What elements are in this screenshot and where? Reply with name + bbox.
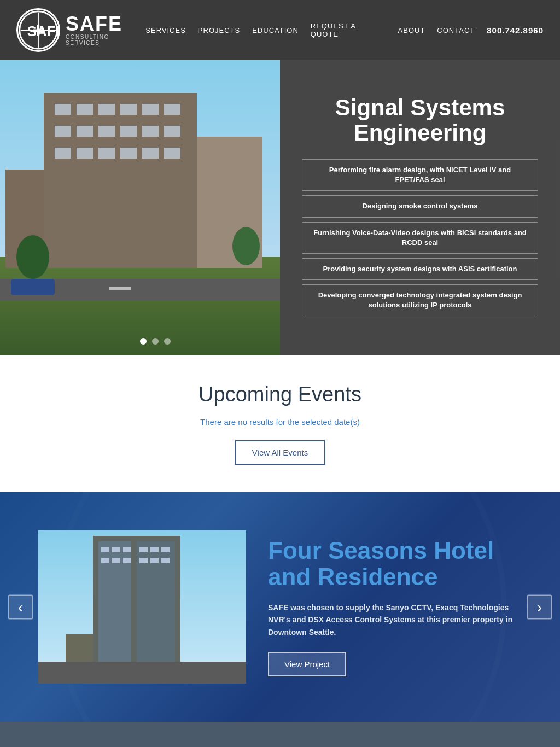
logo-subtitle: CONSULTING SERVICES — [66, 34, 145, 46]
slider-dot-3[interactable] — [164, 338, 171, 345]
svg-rect-50 — [38, 662, 246, 684]
svg-rect-32 — [11, 279, 55, 295]
nav-contact[interactable]: CONTACT — [437, 26, 475, 34]
project-title: Four Seasons Hotel and Residence — [268, 538, 522, 591]
hero-content-overlay: Signal Systems Engineering Performing fi… — [280, 60, 560, 355]
project-content: Four Seasons Hotel and Residence SAFE wa… — [0, 530, 560, 684]
logo-icon: SAFE — [16, 8, 60, 52]
svg-rect-24 — [142, 148, 159, 159]
svg-rect-12 — [142, 104, 159, 115]
hero-item-2: Designing smoke control systems — [302, 195, 538, 217]
svg-rect-48 — [150, 558, 159, 563]
hero-title: Signal Systems Engineering — [302, 95, 538, 145]
svg-rect-9 — [77, 104, 93, 115]
next-project-button[interactable]: › — [527, 595, 552, 620]
svg-rect-40 — [123, 547, 131, 552]
logo-area: SAFE SAFE CONSULTING SERVICES — [16, 8, 145, 52]
project-description: SAFE was chosen to supply the Sanyo CCTV… — [268, 602, 522, 638]
slider-dots — [140, 338, 171, 345]
hero-item-4: Providing security system designs with A… — [302, 258, 538, 280]
building-image — [0, 60, 280, 355]
svg-rect-13 — [164, 104, 180, 115]
building-svg — [0, 60, 280, 355]
project-building-svg — [38, 530, 246, 684]
hero-item-3: Furnishing Voice-Data-Video designs with… — [302, 222, 538, 254]
svg-rect-20 — [55, 148, 71, 159]
events-section: Upcoming Events There are no results for… — [0, 355, 560, 492]
slider-dot-2[interactable] — [152, 338, 159, 345]
svg-text:SAFE: SAFE — [27, 24, 59, 39]
projects-section: ‹ — [0, 492, 560, 722]
view-all-events-button[interactable]: View All Events — [235, 440, 325, 465]
nav-about[interactable]: ABOUT — [398, 26, 425, 34]
events-no-results: There are no results for the selected da… — [16, 417, 544, 427]
svg-rect-7 — [44, 93, 197, 268]
svg-rect-10 — [98, 104, 115, 115]
main-nav: SERVICES PROJECTS EDUCATION REQUEST A QU… — [145, 22, 544, 38]
hero-item-1: Performing fire alarm design, with NICET… — [302, 159, 538, 191]
logo-svg: SAFE — [18, 8, 59, 52]
svg-rect-15 — [77, 126, 93, 137]
svg-rect-19 — [164, 126, 180, 137]
hero-section: Signal Systems Engineering Performing fi… — [0, 60, 560, 355]
svg-rect-11 — [120, 104, 137, 115]
svg-rect-29 — [109, 287, 131, 290]
svg-rect-42 — [150, 547, 159, 552]
svg-rect-43 — [161, 547, 170, 552]
project-text: Four Seasons Hotel and Residence SAFE wa… — [268, 538, 522, 676]
svg-rect-49 — [161, 558, 170, 563]
svg-rect-21 — [77, 148, 93, 159]
site-header: SAFE SAFE CONSULTING SERVICES SERVICES P… — [0, 0, 560, 60]
svg-rect-14 — [55, 126, 71, 137]
tagline-section: Electrical and low voltage engineering f… — [0, 722, 560, 747]
svg-point-30 — [16, 235, 49, 279]
svg-rect-25 — [164, 148, 180, 159]
svg-rect-22 — [98, 148, 115, 159]
svg-rect-23 — [120, 148, 137, 159]
svg-rect-38 — [101, 547, 109, 552]
svg-rect-47 — [139, 558, 148, 563]
svg-rect-51 — [66, 634, 93, 662]
hero-item-5: Developing converged technology integrat… — [302, 284, 538, 316]
phone-number: 800.742.8960 — [487, 26, 544, 35]
svg-rect-18 — [142, 126, 159, 137]
nav-services[interactable]: SERVICES — [145, 26, 186, 34]
slider-dot-1[interactable] — [140, 338, 147, 345]
logo-text: SAFE CONSULTING SERVICES — [66, 14, 145, 46]
project-image — [38, 530, 246, 684]
svg-rect-44 — [101, 558, 109, 563]
svg-rect-41 — [139, 547, 148, 552]
svg-rect-39 — [112, 547, 120, 552]
svg-rect-17 — [120, 126, 137, 137]
logo-name: SAFE — [66, 14, 145, 34]
hero-image-left — [0, 60, 280, 355]
view-project-button[interactable]: View Project — [268, 652, 346, 676]
nav-education[interactable]: EDUCATION — [252, 26, 299, 34]
svg-rect-46 — [123, 558, 131, 563]
prev-project-button[interactable]: ‹ — [8, 595, 33, 620]
project-image-inner — [38, 530, 246, 684]
events-title: Upcoming Events — [16, 383, 544, 406]
svg-point-31 — [232, 227, 260, 265]
svg-rect-8 — [55, 104, 71, 115]
svg-rect-45 — [112, 558, 120, 563]
nav-request-quote[interactable]: REQUEST A QUOTE — [311, 22, 386, 38]
nav-projects[interactable]: PROJECTS — [198, 26, 240, 34]
svg-rect-16 — [98, 126, 115, 137]
